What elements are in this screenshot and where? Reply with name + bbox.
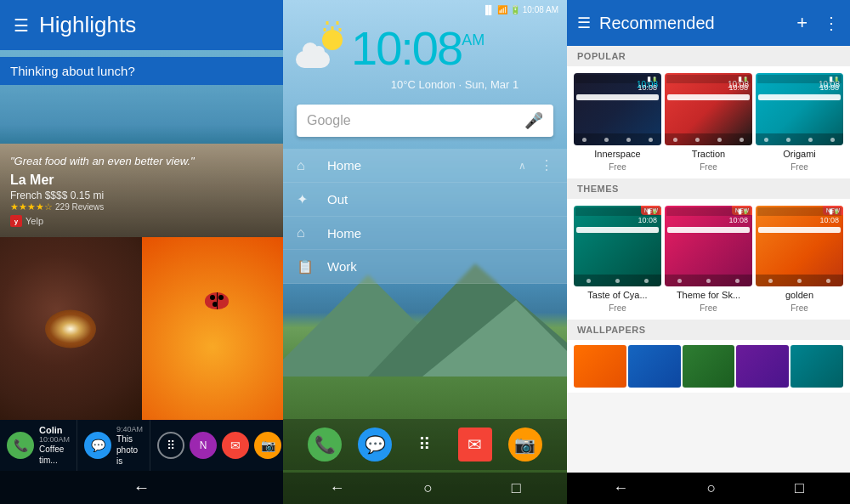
dock-dot	[582, 138, 586, 142]
panel-recommended: ☰ Recommended + ⋮ POPULAR ▐▌🔋 10:08	[567, 0, 850, 504]
pink-clock: 10:08	[667, 216, 750, 224]
dock-dot	[797, 279, 802, 283]
apps-icon: ⠿	[157, 432, 184, 459]
theme-card-pink[interactable]: NEW ▐▌🔋 10:08 Theme for Sk... Free	[665, 206, 752, 313]
weather-icon	[296, 25, 343, 72]
dock-dot	[826, 279, 830, 283]
menu-label-home2: Home	[327, 226, 553, 241]
clock-container: 10:08AM	[351, 25, 484, 72]
back-icon-3[interactable]: ←	[613, 479, 628, 497]
pink-name: Theme for Sk...	[677, 290, 740, 300]
menu-label-work: Work	[327, 259, 553, 274]
dock-dot	[830, 138, 835, 142]
app-dock: 📞 💬 ⠿ ✉ 📷	[283, 419, 567, 470]
pink-search	[667, 227, 750, 233]
home-nav-icon[interactable]: ○	[423, 479, 433, 497]
section-header-popular: POPULAR	[567, 46, 850, 66]
dock-apps[interactable]: ⠿	[408, 428, 442, 462]
status-icons: ▐▌ 📶 🔋 10:08 AM	[483, 5, 558, 14]
menu-item-home2[interactable]: ⌂ Home	[283, 217, 567, 250]
menu-item-home-main[interactable]: ⌂ Home ∧ ⋮	[283, 149, 567, 183]
theme-card-golden[interactable]: NEW ▐▌🔋 10:08 golden Free	[756, 206, 843, 313]
hamburger-icon-3[interactable]: ☰	[577, 14, 591, 32]
dock-dot	[626, 138, 631, 142]
dock-dot	[677, 279, 682, 283]
wallpaper-2[interactable]	[628, 345, 681, 388]
theme-card-origami[interactable]: ▐▌🔋 10:08 Origami Free	[756, 73, 843, 172]
origami-preview: ▐▌🔋 10:08	[756, 73, 843, 145]
phone-notif-content: Colin 10:00AM Coffee tim...	[39, 425, 70, 466]
chevron-icon: ∧	[518, 160, 526, 172]
highlights-header: ☰ Highlights	[0, 0, 283, 50]
section-header-wallpapers: WALLPAPERS	[567, 320, 850, 340]
back-button[interactable]: ←	[133, 478, 150, 497]
innerspace-price: Free	[609, 162, 626, 172]
theme-card-innerspace[interactable]: ▐▌🔋 10:08 Innerspace Free	[574, 73, 661, 172]
restaurant-name: La Mer	[10, 173, 273, 188]
dock-dot	[768, 279, 773, 283]
add-button[interactable]: +	[796, 12, 808, 34]
notification-phone[interactable]: 📞 Colin 10:00AM Coffee tim...	[0, 420, 77, 471]
dock-dot	[644, 279, 649, 283]
status-time: 10:08 AM	[523, 5, 558, 14]
contact-avatar: N	[190, 432, 217, 459]
recents-icon[interactable]: □	[512, 479, 521, 497]
notification-bar: 📞 Colin 10:00AM Coffee tim... 💬 9:40AM T…	[0, 420, 283, 471]
overflow-menu-button[interactable]: ⋮	[823, 13, 840, 33]
hamburger-icon[interactable]: ☰	[14, 15, 29, 36]
yelp-label: Yelp	[26, 216, 43, 226]
traction-preview: ▐▌🔋 10:08	[665, 73, 752, 145]
golden-preview: NEW ▐▌🔋 10:08	[756, 206, 843, 286]
dock-mail[interactable]: ✉	[458, 428, 492, 462]
dock-message[interactable]: 💬	[358, 428, 392, 462]
cyan-name: Taste of Cya...	[587, 290, 647, 300]
wallpaper-4[interactable]	[736, 345, 789, 388]
search-bar[interactable]: Google 🎤	[297, 105, 553, 137]
theme-card-traction[interactable]: ▐▌🔋 10:08 Traction Free	[665, 73, 752, 172]
wallpaper-5[interactable]	[790, 345, 843, 388]
traction-dock	[665, 133, 752, 145]
wifi-icon: 📶	[497, 5, 507, 14]
origami-price: Free	[790, 162, 808, 172]
dock-dot	[695, 138, 700, 142]
menu-item-out[interactable]: ✦ Out	[283, 183, 567, 217]
back-icon-2[interactable]: ←	[329, 479, 344, 497]
notification-message[interactable]: 💬 9:40AM This photo is	[77, 420, 150, 471]
nav-bar-2: ← ○ □	[283, 473, 567, 504]
cyan-status: ▐▌🔋	[575, 207, 660, 216]
golden-clock: 10:08	[758, 216, 841, 224]
origami-clock: 10:08	[758, 83, 841, 92]
recents-icon-3[interactable]: □	[795, 479, 804, 497]
menu-dots-icon[interactable]: ⋮	[540, 157, 553, 173]
golden-dock	[756, 275, 843, 286]
wallpaper-3[interactable]	[683, 345, 735, 388]
sun-icon	[322, 30, 343, 50]
wallpapers-row	[567, 340, 850, 393]
home-icon: ⌂	[297, 158, 314, 173]
origami-dock	[756, 133, 843, 145]
wallpaper-1[interactable]	[574, 345, 626, 388]
notification-apps[interactable]: ⠿ N ✉ 📷	[150, 420, 283, 471]
home-nav-icon-3[interactable]: ○	[707, 479, 717, 497]
content-grid	[0, 237, 283, 420]
golden-price: Free	[790, 303, 808, 313]
origami-name: Origami	[783, 149, 816, 159]
innerspace-preview: ▐▌🔋 10:08	[574, 73, 661, 145]
theme-card-cyan[interactable]: NEW ▐▌🔋 10:08 Taste of Cya... Free	[574, 206, 661, 313]
cloud-icon	[296, 51, 330, 68]
coffee-cup	[45, 309, 96, 348]
cyan-preview: NEW ▐▌🔋 10:08	[574, 206, 661, 286]
mic-icon[interactable]: 🎤	[524, 111, 543, 130]
hero-text-overlay: "Great food with an even better view." L…	[0, 144, 283, 237]
dock-dot	[604, 138, 609, 142]
ladybug	[205, 292, 230, 311]
dock-phone[interactable]: 📞	[308, 428, 342, 462]
innerspace-dock	[574, 133, 661, 145]
recommended-title: Recommended	[599, 14, 788, 33]
menu-item-work[interactable]: 📋 Work	[283, 250, 567, 284]
pink-preview: NEW ▐▌🔋 10:08	[665, 206, 752, 286]
coffee-image	[0, 237, 142, 420]
weather-location: London · Sun, Mar 1	[418, 78, 518, 91]
dock-camera[interactable]: 📷	[508, 428, 542, 462]
phone-notif-icon: 📞	[7, 432, 34, 459]
